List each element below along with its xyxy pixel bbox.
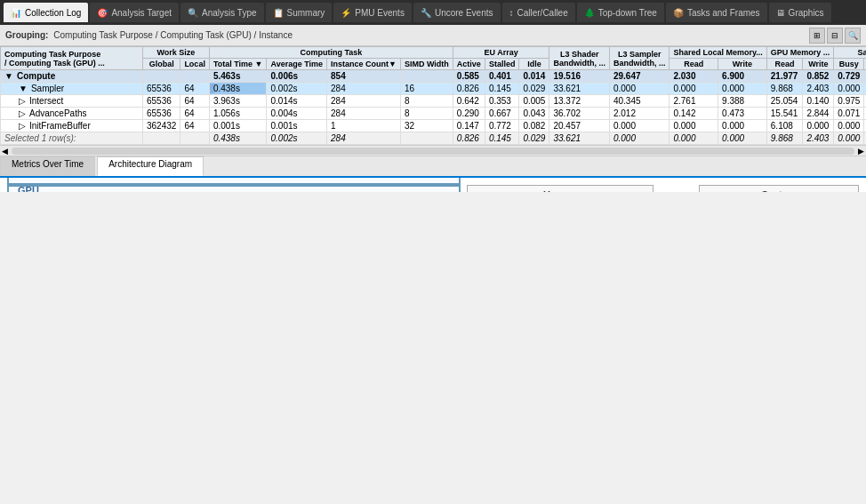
col-header-gpu-write: Write [803,59,834,70]
col-header-instance-count[interactable]: Instance Count▼ [327,59,401,70]
cell: 8 [400,95,453,108]
tab-top-down-tree-label: Top-down Tree [598,8,657,18]
cell: 9.868 [766,83,803,95]
tab-metrics-over-time[interactable]: Metrics Over Time [0,156,95,176]
cell: 9.868 [766,132,803,145]
collapse-all-button[interactable]: ⊟ [827,28,843,44]
cell: 0.000 [670,120,718,132]
row-name: ▷InitFrameBuffer [1,120,143,132]
cell: 0.000 [834,120,864,132]
tab-analysis-target[interactable]: 🎯 Analysis Target [90,3,179,22]
expand-icon[interactable]: ▼ [4,71,13,81]
col-header-gpu-read: Read [766,59,803,70]
col-group-computing-task: Computing Task [209,47,453,59]
graphics-icon: 🖥 [776,8,785,18]
cell: 8 [400,108,453,120]
cell: 284 [327,95,401,108]
tab-graphics[interactable]: 🖥 Graphics [769,3,831,22]
tab-summary[interactable]: 📋 Summary [266,3,333,22]
col-header-slm-write: Write [718,59,767,70]
col-header-total-time[interactable]: Total Time ▼ [209,59,267,70]
row-name: ▷Intersect [1,95,143,108]
col-header-name: Computing Task Purpose/ Computing Task (… [1,47,143,70]
tab-analysis-type[interactable]: 🔍 Analysis Type [180,3,264,22]
tab-architecture-diagram[interactable]: Architecture Diagram [97,156,204,176]
tab-tasks-and-frames[interactable]: 📦 Tasks and Frames [666,3,767,22]
grouping-icons: ⊞ ⊟ 🔍 [809,28,861,44]
grouping-value: Computing Task Purpose / Computing Task … [53,30,804,40]
cell: 284 [327,108,401,120]
cell: 25.054 [766,95,803,108]
table-row[interactable]: ▷AdvancePaths 65536 64 1.056s 0.004s 284… [1,108,867,120]
toolbar: 📊 Collection Log 🎯 Analysis Target 🔍 Ana… [0,0,866,25]
scroll-right-arrow[interactable]: ▶ [858,147,864,156]
row-name: ▼Sampler [1,83,143,95]
cell: 0.001s [267,120,327,132]
cell: 0.006s [267,70,327,83]
cell [400,132,453,145]
cell: 0.729 [834,70,864,83]
tab-tasks-and-frames-label: Tasks and Frames [687,8,760,18]
tab-pmu-events[interactable]: ⚡ PMU Events [333,3,412,22]
cell: 0.140 [803,95,834,108]
tab-top-down-tree[interactable]: 🌲 Top-down Tree [577,3,664,22]
selected-info: Selected 1 row(s): [1,132,143,145]
cell: 64 [180,120,210,132]
tab-uncore-events[interactable]: 🔧 Uncore Events [413,3,501,22]
expand-icon[interactable]: ▷ [19,96,26,106]
pmu-events-icon: ⚡ [341,8,351,18]
expand-icon[interactable]: ▷ [19,108,26,118]
cell: 0.975 [834,95,864,108]
row-name: ▼Compute [1,70,143,83]
col-group-gpu-memory: GPU Memory ... [766,47,834,59]
cell: 2.403 [803,132,834,145]
expand-icon[interactable]: ▼ [19,84,28,93]
cell: 0.473 [718,108,767,120]
cell [400,70,453,83]
cell: 0.014 [519,70,549,83]
metrics-over-time-label: Metrics Over Time [12,159,84,169]
expand-icon[interactable]: ▷ [19,121,26,131]
table-row: ▼Compute 5.463s 0.006s 854 0.585 0.401 0… [1,70,867,83]
scroll-track[interactable] [12,148,854,155]
tab-collection-log-label: Collection Log [25,8,81,18]
cell [180,70,210,83]
cell: 33.621 [549,83,610,95]
col-header-simd-width: SIMD Width [400,59,453,70]
grouping-label: Grouping: [5,30,48,40]
expand-all-button[interactable]: ⊞ [809,28,825,44]
cell: 284 [327,132,401,145]
uncore-label: Uncore [471,189,649,192]
gpu-label: GPU [18,185,39,192]
cell: 1.056s [209,108,267,120]
cell: 0.082 [519,120,549,132]
cell: 0.000 [834,83,864,95]
cell: 16 [400,83,453,95]
table-row[interactable]: ▷InitFrameBuffer 362432 64 0.001s 0.001s… [1,120,867,132]
cell: 65536 [143,108,180,120]
tab-collection-log[interactable]: 📊 Collection Log [4,3,88,22]
search-button[interactable]: 🔍 [845,28,861,44]
col-header-sampler-busy: Busy [834,59,864,70]
cell: 0.014s [267,95,327,108]
cell: 32 [400,120,453,132]
scroll-left-arrow[interactable]: ◀ [2,147,8,156]
tab-caller-callee[interactable]: ↕ Caller/Callee [502,3,575,22]
cell: 0.852 [803,70,834,83]
cell: 0.142 [670,108,718,120]
cell: 284 [327,83,401,95]
grouping-bar: Grouping: Computing Task Purpose / Compu… [0,25,866,46]
data-grid: Computing Task Purpose/ Computing Task (… [0,46,866,156]
tab-uncore-events-label: Uncore Events [435,8,493,18]
cell: 0.145 [485,83,519,95]
table-row[interactable]: ▼Sampler 65536 64 0.438s 0.002s 284 16 0… [1,83,867,95]
cell: 362432 [143,120,180,132]
horizontal-scrollbar[interactable]: ◀ ▶ [0,145,866,156]
col-header-average-time: Average Time [267,59,327,70]
cell: 1 [327,120,401,132]
table-row[interactable]: ▷Intersect 65536 64 3.963s 0.014s 284 8 … [1,95,867,108]
cell: 0.000 [718,120,767,132]
tab-graphics-label: Graphics [789,8,824,18]
architecture-diagram-label: Architecture Diagram [108,159,192,169]
cell: 0.043 [519,108,549,120]
